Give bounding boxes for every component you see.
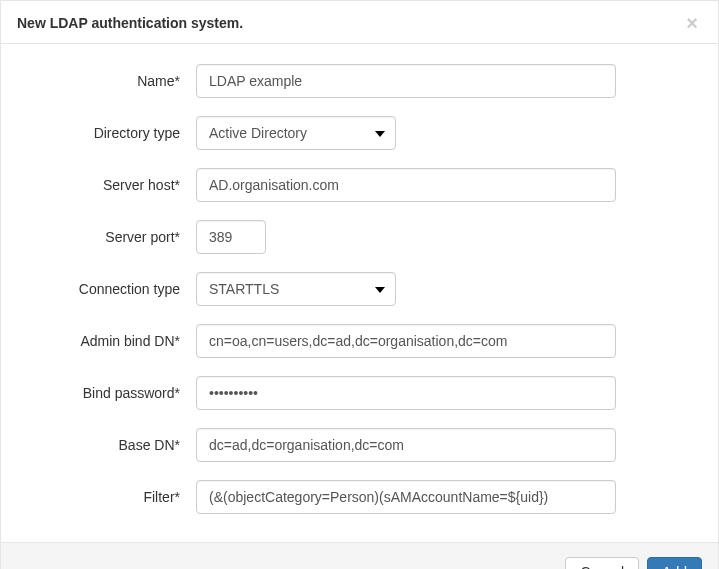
label-name: Name*	[21, 73, 196, 89]
server-host-input[interactable]	[196, 168, 616, 202]
label-base-dn: Base DN*	[21, 437, 196, 453]
row-server-host: Server host*	[21, 168, 698, 202]
base-dn-input[interactable]	[196, 428, 616, 462]
row-directory-type: Directory type Active Directory	[21, 116, 698, 150]
ldap-auth-modal: New LDAP authentication system. × Name* …	[0, 0, 719, 569]
label-filter: Filter*	[21, 489, 196, 505]
modal-title: New LDAP authentication system.	[17, 15, 243, 31]
directory-type-select[interactable]: Active Directory	[196, 116, 396, 150]
close-button[interactable]: ×	[682, 13, 702, 33]
directory-type-value: Active Directory	[209, 125, 307, 141]
row-name: Name*	[21, 64, 698, 98]
modal-footer: Cancel Add	[1, 542, 718, 569]
row-server-port: Server port*	[21, 220, 698, 254]
modal-body: Name* Directory type Active Directory Se…	[1, 44, 718, 542]
filter-input[interactable]	[196, 480, 616, 514]
label-server-port: Server port*	[21, 229, 196, 245]
bind-password-input[interactable]	[196, 376, 616, 410]
connection-type-value: STARTTLS	[209, 281, 279, 297]
label-admin-bind-dn: Admin bind DN*	[21, 333, 196, 349]
label-bind-password: Bind password*	[21, 385, 196, 401]
name-input[interactable]	[196, 64, 616, 98]
row-bind-password: Bind password*	[21, 376, 698, 410]
modal-header: New LDAP authentication system. ×	[1, 1, 718, 44]
server-port-input[interactable]	[196, 220, 266, 254]
row-filter: Filter*	[21, 480, 698, 514]
admin-bind-dn-input[interactable]	[196, 324, 616, 358]
add-button[interactable]: Add	[647, 557, 702, 569]
row-admin-bind-dn: Admin bind DN*	[21, 324, 698, 358]
row-connection-type: Connection type STARTTLS	[21, 272, 698, 306]
connection-type-select[interactable]: STARTTLS	[196, 272, 396, 306]
cancel-button[interactable]: Cancel	[565, 557, 639, 569]
label-connection-type: Connection type	[21, 281, 196, 297]
row-base-dn: Base DN*	[21, 428, 698, 462]
label-server-host: Server host*	[21, 177, 196, 193]
label-directory-type: Directory type	[21, 125, 196, 141]
